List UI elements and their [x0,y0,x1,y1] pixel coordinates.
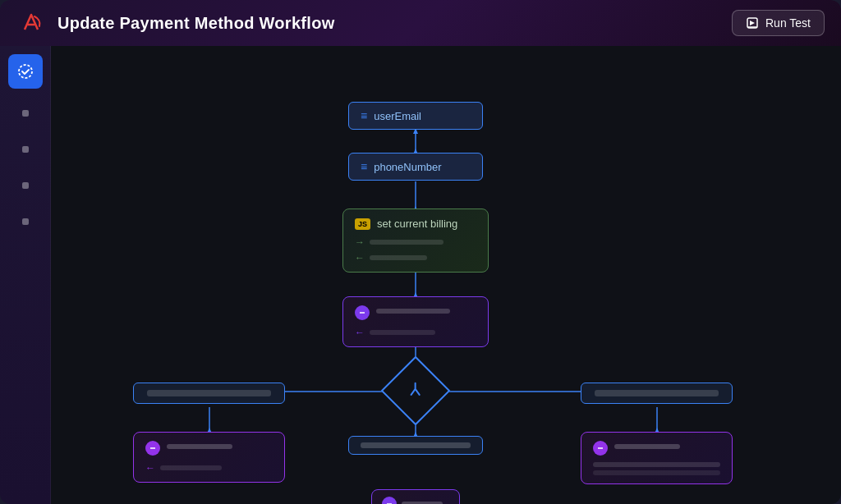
header: Update Payment Method Workflow Run Test [0,0,841,46]
svg-point-25 [598,447,600,449]
arrow-right: → [355,236,365,248]
run-test-button[interactable]: Run Test [732,10,825,36]
sidebar-item-3[interactable] [8,174,43,197]
bottom-center-node[interactable] [371,489,460,504]
header-left: Update Payment Method Workflow [16,8,335,38]
chat-header-1 [355,305,476,320]
left-wide-bar [147,390,271,396]
chat-icon-1 [355,305,370,320]
right-wide-bar [595,390,719,396]
bottom-center-header [382,497,449,504]
bottom-left-bar [160,465,222,470]
svg-point-22 [150,447,152,449]
db-icon-2: ≡ [361,160,367,173]
bottom-left-chat[interactable]: ← [133,432,285,483]
svg-point-1 [19,65,32,78]
chat-row-1: ← [355,327,476,338]
bottom-left-chat-header [145,441,273,456]
bottom-left-chat-title-bar [167,444,232,449]
sidebar-dot-1 [22,110,29,117]
sidebar-dot-4 [22,218,29,225]
svg-point-20 [361,312,363,314]
chat-bar-1 [370,330,435,335]
db-icon: ≡ [361,109,367,122]
chat-title-bar [376,309,450,314]
arrow-left: ← [355,252,365,263]
sidebar-dot-3 [22,182,29,189]
chat-arrow-left: ← [355,327,365,338]
center-bottom-node[interactable] [348,436,483,455]
logo-icon [16,8,46,38]
bottom-left-arrow: ← [145,462,155,474]
node-js-header: JS set current billing [355,218,476,230]
bottom-right-chat-header [593,441,720,456]
sidebar [0,46,51,504]
bottom-left-chat-icon [145,441,160,456]
sidebar-item-4[interactable] [8,210,43,233]
bottom-left-chat-row: ← [145,462,273,474]
chat-node-1[interactable]: ← [342,296,489,347]
left-wide-node[interactable] [133,383,285,404]
set-billing-node[interactable]: JS set current billing → ← [342,208,489,273]
bottom-center-icon [382,497,397,504]
svg-point-23 [152,447,154,449]
node-row-2: ← [355,252,476,263]
branch-icon [407,381,424,401]
bottom-right-chat-icon [593,441,608,456]
workflow-canvas[interactable]: ≡ userEmail ≡ phoneNumber JS set current… [51,46,841,504]
sidebar-dot-2 [22,146,29,153]
decision-diamond[interactable] [391,366,440,415]
run-test-icon [746,16,759,30]
svg-point-27 [601,447,603,449]
flow-icon [16,62,34,80]
js-badge: JS [355,218,370,230]
user-email-node[interactable]: ≡ userEmail [348,102,483,130]
sidebar-item-flow[interactable] [8,54,43,89]
svg-point-24 [154,447,155,449]
right-wide-node[interactable] [581,383,733,404]
bottom-right-chat-title-bar [614,444,680,449]
svg-point-26 [600,447,601,449]
phone-number-node[interactable]: ≡ phoneNumber [348,153,483,181]
bottom-right-bar-1 [593,462,720,467]
center-bottom-bar [361,442,471,448]
bar-1 [370,240,443,245]
diamond-shape [381,356,451,426]
svg-point-21 [363,312,365,314]
page-title: Update Payment Method Workflow [57,14,335,33]
sidebar-item-2[interactable] [8,138,43,161]
bottom-right-chat[interactable] [581,432,733,484]
main-area: ≡ userEmail ≡ phoneNumber JS set current… [0,46,841,504]
svg-point-19 [360,312,361,314]
bottom-right-bar-2 [593,470,720,475]
node-row-1: → [355,236,476,248]
sidebar-item-1[interactable] [8,102,43,125]
bar-2 [370,255,427,260]
